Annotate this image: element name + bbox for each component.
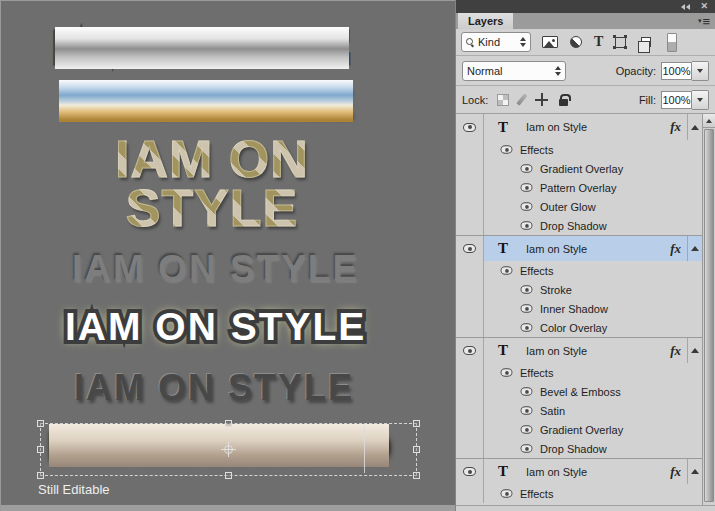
visibility-eye-icon[interactable] (521, 425, 533, 433)
layer-row-3[interactable]: T Iam on Style fx (456, 337, 702, 363)
fill-dropdown-button[interactable] (692, 90, 709, 110)
visibility-eye-icon[interactable] (521, 387, 533, 395)
visibility-eye-icon[interactable] (463, 467, 476, 476)
type-layer-thumbnail[interactable]: T (493, 341, 513, 360)
effect-item-row[interactable]: Gradient Overlay (456, 420, 702, 439)
filter-smart-objects-icon[interactable] (641, 37, 651, 47)
transform-handle-top-center[interactable] (225, 420, 232, 427)
collapse-effects-button[interactable] (687, 236, 702, 261)
collapse-effects-button[interactable] (687, 459, 702, 484)
search-icon (466, 38, 474, 46)
visibility-eye-icon[interactable] (501, 368, 513, 376)
collapse-panel-icon[interactable] (681, 4, 690, 10)
layer-filter-row: Kind T (456, 29, 715, 56)
layer-name[interactable]: Iam on Style (526, 243, 587, 255)
transform-handle-bottom-center[interactable] (225, 472, 232, 479)
visibility-eye-icon[interactable] (521, 285, 533, 293)
transform-handle-middle-right[interactable] (413, 446, 420, 453)
visibility-eye-icon[interactable] (463, 244, 476, 253)
scrollbar-thumb[interactable] (704, 129, 714, 502)
filter-kind-dropdown[interactable]: Kind (461, 32, 531, 52)
filter-shape-layers-icon[interactable] (615, 37, 626, 48)
fx-icon[interactable]: fx (670, 119, 687, 135)
fx-icon[interactable]: fx (670, 343, 687, 359)
transform-handle-middle-left[interactable] (37, 446, 44, 453)
effect-item-row[interactable]: Color Overlay (456, 318, 702, 337)
collapse-effects-button[interactable] (687, 114, 702, 140)
effect-item-row[interactable]: Satin (456, 401, 702, 420)
close-icon[interactable]: ✕ (700, 2, 708, 11)
text-layer-dark[interactable]: IAM ON STYLE (74, 370, 354, 406)
visibility-eye-icon[interactable] (521, 304, 533, 312)
caption-still-editable[interactable]: Still Editable (38, 482, 110, 497)
transform-handle-top-left[interactable] (37, 420, 44, 427)
fill-value-field[interactable]: 100% (661, 91, 692, 109)
layer-name[interactable]: Iam on Style (526, 345, 587, 357)
visibility-eye-icon[interactable] (501, 489, 513, 497)
effect-item-row[interactable]: Drop Shadow (456, 439, 702, 458)
text-layer-pattern[interactable]: IAM ONSTYLE IAM ONSTYLE (99, 135, 325, 234)
effect-item-row[interactable]: Stroke (456, 280, 702, 299)
effect-item-row[interactable]: Gradient Overlay (456, 159, 702, 178)
text-layer-photo-overlay[interactable]: IAM ON STYLE IAM ON STYLE (59, 82, 353, 120)
effects-row[interactable]: Effects (456, 484, 702, 503)
text-layer-emboss[interactable]: IAM ON STYLE (72, 250, 359, 287)
dropdown-spinner-icon (520, 37, 526, 47)
lock-label: Lock: (462, 94, 488, 106)
layer-name[interactable]: Iam on Style (526, 466, 587, 478)
visibility-eye-icon[interactable] (521, 406, 533, 414)
layer-name[interactable]: Iam on Style (526, 121, 587, 133)
type-layer-thumbnail[interactable]: T (493, 462, 513, 481)
document-canvas[interactable]: IAM ON STYLE IAM ON STYLE IAM ON STYLE I… (0, 0, 456, 511)
fx-icon[interactable]: fx (670, 241, 687, 257)
effects-row[interactable]: Effects (456, 363, 702, 382)
type-layer-thumbnail[interactable]: T (493, 118, 513, 137)
blend-mode-dropdown[interactable]: Normal (462, 61, 566, 81)
effect-item-row[interactable]: Inner Shadow (456, 299, 702, 318)
transform-handle-bottom-right[interactable] (413, 472, 420, 479)
opacity-label: Opacity: (616, 65, 656, 77)
filter-pixel-layers-icon[interactable] (542, 36, 558, 48)
text-layer-metallic[interactable]: IAM ON STYLE IAM ON STYLE (55, 29, 349, 67)
layer-row-1[interactable]: T Iam on Style fx (456, 114, 702, 140)
visibility-eye-icon[interactable] (501, 266, 513, 274)
effect-item-row[interactable]: Drop Shadow (456, 216, 702, 235)
layers-scrollbar[interactable] (702, 114, 715, 505)
effects-row[interactable]: Effects (456, 261, 702, 280)
opacity-dropdown-button[interactable] (692, 61, 709, 81)
scrollbar-up-arrow-icon[interactable] (703, 114, 715, 128)
opacity-value-field[interactable]: 100% (661, 62, 692, 80)
visibility-eye-icon[interactable] (521, 323, 533, 331)
visibility-eye-icon[interactable] (521, 221, 533, 229)
layer-row-2-selected[interactable]: T Iam on Style fx (456, 235, 702, 261)
collapse-effects-button[interactable] (687, 338, 702, 363)
effect-item-row[interactable]: Bevel & Emboss (456, 382, 702, 401)
lock-image-pixels-brush-icon[interactable] (517, 93, 528, 106)
effect-item-row[interactable]: Pattern Overlay (456, 178, 702, 197)
transform-handle-bottom-left[interactable] (37, 472, 44, 479)
visibility-eye-icon[interactable] (521, 444, 533, 452)
visibility-eye-icon[interactable] (521, 164, 533, 172)
layer-row-4[interactable]: T Iam on Style fx (456, 458, 702, 484)
fx-icon[interactable]: fx (670, 464, 687, 480)
visibility-eye-icon[interactable] (501, 145, 513, 153)
lock-position-move-icon[interactable] (535, 93, 548, 106)
transform-center-reference-icon[interactable] (224, 445, 233, 454)
visibility-eye-icon[interactable] (463, 123, 476, 132)
filtering-on-off-toggle[interactable] (667, 33, 677, 52)
filter-type-layers-icon[interactable]: T (594, 36, 603, 48)
filter-adjustment-layers-icon[interactable] (570, 36, 582, 48)
text-layer-outline-glow[interactable]: IAM ON STYLE IAM ON STYLE (65, 307, 366, 346)
lock-transparent-pixels-icon[interactable] (497, 94, 509, 106)
effect-item-row[interactable]: Outer Glow (456, 197, 702, 216)
transform-handle-top-right[interactable] (413, 420, 420, 427)
visibility-eye-icon[interactable] (521, 202, 533, 210)
tab-layers[interactable]: Layers (458, 13, 513, 29)
visibility-eye-icon[interactable] (521, 183, 533, 191)
panel-menu-icon[interactable]: ▾ ≡ (698, 13, 710, 29)
type-layer-thumbnail-editing[interactable]: T (493, 239, 513, 258)
panel-tab-row: Layers ▾ ≡ (456, 13, 715, 29)
lock-all-padlock-icon[interactable] (559, 99, 568, 106)
visibility-eye-icon[interactable] (463, 346, 476, 355)
effects-row[interactable]: Effects (456, 140, 702, 159)
